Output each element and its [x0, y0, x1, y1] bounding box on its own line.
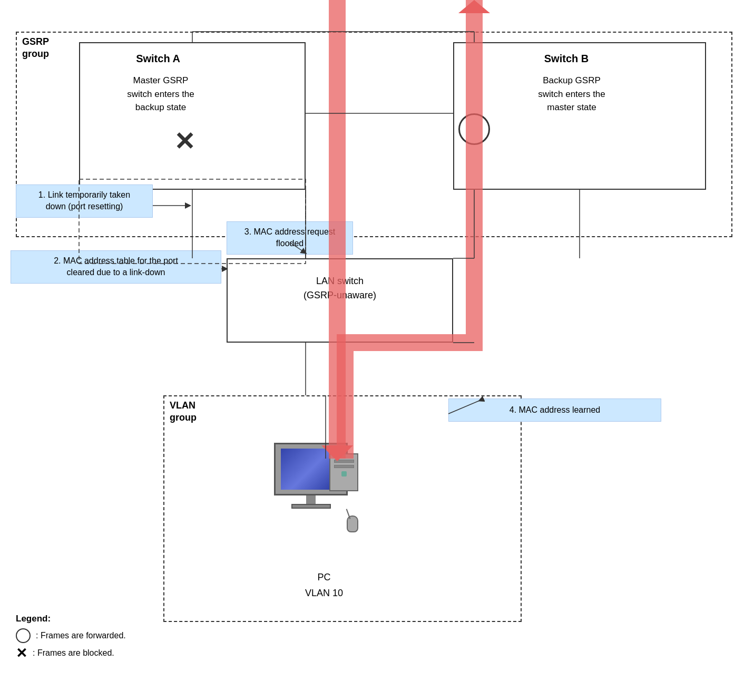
circle-forwarding-symbol: [458, 113, 490, 145]
legend-x-item: ✕ : Frames are blocked.: [16, 646, 126, 660]
vlan10-label: VLAN 10: [285, 588, 364, 599]
info-box-link-down: 1. Link temporarily taken down (port res…: [16, 184, 153, 218]
info-box-mac-request: 3. MAC address request flooded: [227, 221, 353, 255]
legend-section: Legend: : Frames are forwarded. ✕ : Fram…: [16, 614, 126, 663]
legend-x-text: : Frames are blocked.: [33, 648, 114, 658]
svg-marker-4: [458, 0, 490, 13]
switch-a-title: Switch A: [105, 53, 211, 65]
vlan-group-label: VLAN group: [170, 400, 197, 424]
info-box-mac-learned: 4. MAC address learned: [448, 398, 661, 422]
legend-circle-icon: [16, 628, 31, 643]
pc-computer-icon: [258, 443, 364, 548]
legend-title: Legend:: [16, 614, 126, 624]
network-diagram: GSRP group Switch A Master GSRP switch e…: [0, 0, 754, 700]
info-box-mac-cleared: 2. MAC address table for the port cleare…: [11, 250, 221, 284]
switch-a-desc: Master GSRP switch enters the backup sta…: [87, 74, 234, 114]
pc-label: PC: [285, 572, 364, 583]
legend-x-icon: ✕: [16, 646, 27, 660]
gsrp-group-label: GSRP group: [22, 36, 49, 61]
lan-switch-label: LAN switch (GSRP-unaware): [258, 274, 422, 303]
switch-b-desc: Backup GSRP switch enters the master sta…: [458, 74, 685, 114]
legend-circle-text: : Frames are forwarded.: [36, 631, 126, 640]
x-blocked-symbol: ✕: [174, 127, 195, 156]
switch-b-title: Switch B: [474, 53, 659, 65]
legend-circle-item: : Frames are forwarded.: [16, 628, 126, 643]
